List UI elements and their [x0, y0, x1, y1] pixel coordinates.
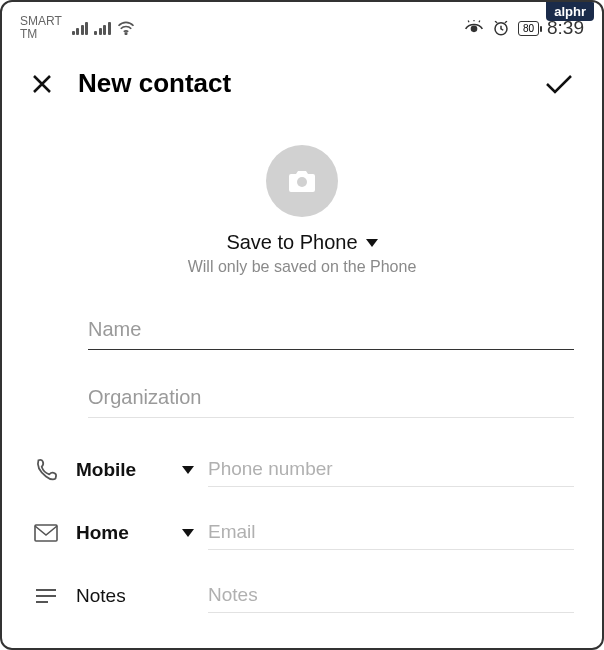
phone-type-dropdown[interactable]: Mobile: [76, 459, 194, 481]
chevron-down-icon: [182, 529, 194, 537]
email-input[interactable]: [208, 515, 574, 550]
confirm-icon[interactable]: [544, 72, 574, 96]
wifi-icon: [117, 21, 135, 35]
phone-icon: [30, 457, 62, 483]
camera-icon: [287, 168, 317, 194]
signal-icon: [72, 21, 89, 35]
chevron-down-icon: [182, 466, 194, 474]
status-bar: SMART TM 80 8:39: [2, 2, 602, 50]
page-title: New contact: [78, 68, 520, 99]
contact-form: Mobile Home Notes: [2, 276, 602, 627]
name-field[interactable]: [88, 310, 574, 350]
notes-label: Notes: [76, 585, 194, 607]
svg-rect-4: [35, 525, 57, 541]
carrier-line2: TM: [20, 28, 62, 41]
alarm-icon: [492, 19, 510, 37]
status-left: SMART TM: [20, 15, 135, 41]
email-icon: [30, 523, 62, 543]
save-location-dropdown[interactable]: Save to Phone: [226, 231, 377, 254]
battery-level: 80: [523, 23, 534, 34]
phone-type-label: Mobile: [76, 459, 136, 481]
notes-icon: [30, 587, 62, 605]
avatar-section: Save to Phone Will only be saved on the …: [2, 117, 602, 276]
carrier-label: SMART TM: [20, 15, 62, 41]
notes-row: Notes: [30, 564, 574, 627]
signal-icon-2: [94, 21, 111, 35]
chevron-down-icon: [366, 239, 378, 247]
close-icon[interactable]: [30, 72, 54, 96]
eye-icon: [464, 20, 484, 36]
email-row: Home: [30, 501, 574, 564]
svg-point-1: [471, 26, 476, 31]
avatar-button[interactable]: [266, 145, 338, 217]
notes-label-text: Notes: [76, 585, 126, 607]
email-type-dropdown[interactable]: Home: [76, 522, 194, 544]
save-location-label: Save to Phone: [226, 231, 357, 254]
notes-input[interactable]: [208, 578, 574, 613]
screen-header: New contact: [2, 50, 602, 117]
battery-icon: 80: [518, 21, 539, 36]
svg-point-0: [125, 33, 127, 35]
email-type-label: Home: [76, 522, 129, 544]
phone-row: Mobile: [30, 438, 574, 501]
phone-input[interactable]: [208, 452, 574, 487]
svg-point-3: [297, 177, 307, 187]
organization-field[interactable]: [88, 378, 574, 418]
save-location-note: Will only be saved on the Phone: [188, 258, 417, 276]
watermark-badge: alphr: [546, 2, 594, 21]
